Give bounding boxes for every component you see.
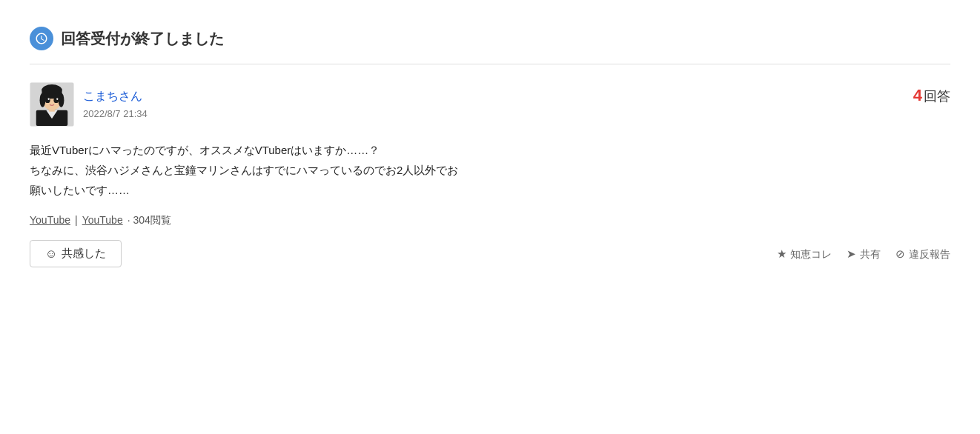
clock-icon	[30, 27, 53, 50]
tag-link-2[interactable]: YouTube	[82, 212, 123, 228]
answer-count-number: 4	[913, 86, 922, 104]
chieco-label: 知恵コレ	[790, 246, 832, 262]
question-line2: ちなみに、渋谷ハジメさんと宝鐘マリンさんはすでにハマっているのでお2人以外でお	[30, 160, 950, 180]
block-icon: ⊘	[895, 245, 905, 263]
username-link[interactable]: こまちさん	[83, 87, 148, 106]
answer-count-area: 4回答	[913, 82, 950, 108]
svg-point-12	[56, 99, 58, 100]
tag-link-1[interactable]: YouTube	[30, 212, 70, 228]
kyokan-button[interactable]: ☺ 共感した	[30, 240, 122, 267]
svg-point-9	[45, 97, 50, 103]
actions-row: ☺ 共感した ★ 知恵コレ ➤ 共有 ⊘ 違反報告	[30, 240, 950, 267]
report-label: 違反報告	[909, 246, 950, 262]
closed-banner: 回答受付が終了しました	[30, 15, 950, 64]
share-icon: ➤	[847, 245, 856, 263]
report-action[interactable]: ⊘ 違反報告	[895, 245, 950, 263]
question-body: 最近VTuberにハマったのですが、オススメなVTuberはいますか……？ ちな…	[30, 140, 950, 200]
avatar	[30, 82, 74, 127]
question-card: こまちさん 2022/8/7 21:34 4回答 最近VTuberにハマったので…	[30, 82, 950, 267]
user-info-left: こまちさん 2022/8/7 21:34	[30, 82, 148, 127]
chieco-action[interactable]: ★ 知恵コレ	[777, 245, 832, 263]
avatar-art	[30, 82, 74, 127]
tag-separator: |	[75, 212, 78, 228]
star-icon: ★	[777, 245, 787, 263]
closed-banner-text: 回答受付が終了しました	[61, 27, 224, 50]
user-info-row: こまちさん 2022/8/7 21:34 4回答	[30, 82, 950, 127]
avatar-svg	[30, 83, 73, 126]
question-tags: YouTube | YouTube · 304閲覧	[30, 212, 950, 228]
share-action[interactable]: ➤ 共有	[847, 245, 881, 263]
clock-svg	[35, 32, 48, 45]
svg-point-10	[53, 97, 59, 103]
view-count: · 304閲覧	[128, 212, 171, 228]
share-label: 共有	[860, 246, 881, 262]
kyokan-label: 共感した	[62, 247, 106, 261]
page-container: 回答受付が終了しました	[0, 0, 980, 282]
kyokan-icon: ☺	[45, 247, 57, 261]
answer-count-label: 回答	[924, 89, 950, 104]
question-line1: 最近VTuberにハマったのですが、オススメなVTuberはいますか……？	[30, 140, 950, 160]
question-line3: 願いしたいです……	[30, 180, 950, 200]
svg-point-11	[47, 99, 49, 100]
post-date: 2022/8/7 21:34	[83, 107, 148, 122]
user-details: こまちさん 2022/8/7 21:34	[83, 87, 148, 122]
right-actions: ★ 知恵コレ ➤ 共有 ⊘ 違反報告	[777, 245, 950, 263]
